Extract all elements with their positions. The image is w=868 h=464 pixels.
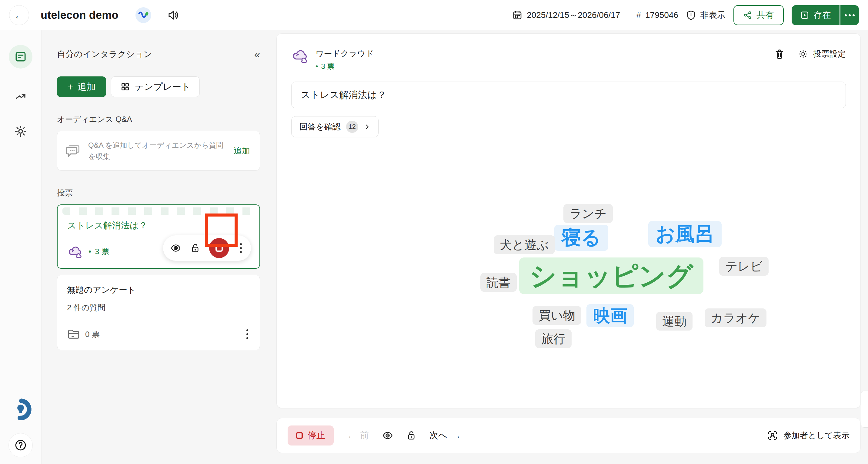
arrow-right-icon: → xyxy=(452,431,461,441)
visibility-status[interactable]: 非表示 xyxy=(686,9,725,21)
header: ← utelecon demo xyxy=(0,0,868,30)
question-mark-icon xyxy=(14,439,27,452)
stop-square-icon xyxy=(296,432,303,439)
lock-open-icon[interactable] xyxy=(190,243,200,253)
word-cloud-word: カラオケ xyxy=(705,309,767,327)
help-button[interactable] xyxy=(8,433,33,457)
word-cloud-word: ランチ xyxy=(563,204,613,223)
rail-item-analytics[interactable] xyxy=(14,90,27,103)
event-dates: 2025/12/15～2026/06/17 xyxy=(512,9,620,21)
check-answers-button[interactable]: 回答を確認 12 xyxy=(291,116,378,137)
presentation-footer: 停止 ← 前 次へ → xyxy=(276,418,861,453)
poll-settings-button[interactable]: 投票設定 xyxy=(798,49,846,59)
share-icon xyxy=(743,10,752,20)
sidebar: 自分のインタラクション « + 追加 テンプレート オーディエンス Q&A xyxy=(57,49,260,350)
word-cloud-word: 読書 xyxy=(480,273,517,292)
interactions-panel-icon xyxy=(14,50,27,63)
header-right: 2025/12/15～2026/06/17 # 1795046 非表示 xyxy=(512,5,859,25)
check-answers-label: 回答を確認 xyxy=(300,121,341,132)
divider xyxy=(628,9,628,21)
panel-votes: • 3 票 xyxy=(315,62,374,71)
left-rail xyxy=(0,30,41,464)
question-text: ストレス解消法は？ xyxy=(301,89,386,101)
gear-icon xyxy=(14,125,27,138)
word-cloud-word: 寝る xyxy=(554,225,608,251)
chevron-right-icon xyxy=(364,123,370,130)
calendar-icon xyxy=(512,10,523,20)
qa-add-link[interactable]: 追加 xyxy=(232,145,252,156)
qa-section-label: オーディエンス Q&A xyxy=(57,114,260,125)
answers-count-badge: 12 xyxy=(346,121,358,133)
main-panel: ワードクラウド • 3 票 xyxy=(276,33,861,408)
footer-stop-label: 停止 xyxy=(308,429,325,441)
hide-results-eye-icon[interactable] xyxy=(170,243,181,253)
stop-square-icon xyxy=(216,244,223,252)
back-arrow-icon: ← xyxy=(14,9,24,21)
next-button[interactable]: 次へ → xyxy=(430,429,461,441)
scroll-edge-tab[interactable] xyxy=(861,390,868,428)
word-cloud-word: 運動 xyxy=(656,312,692,330)
rail-item-interactions[interactable] xyxy=(9,45,32,68)
stop-poll-button[interactable] xyxy=(209,238,229,258)
add-button-label: 追加 xyxy=(78,81,96,93)
poll-card-active[interactable]: ストレス解消法は？ • 3 票 xyxy=(57,204,260,269)
share-button[interactable]: 共有 xyxy=(734,5,784,25)
survey-menu-kebab-icon[interactable] xyxy=(245,327,250,341)
footer-eye-icon[interactable] xyxy=(382,431,393,440)
wordcloud-type-icon xyxy=(67,245,83,258)
template-button[interactable]: テンプレート xyxy=(111,77,200,97)
more-dots-icon xyxy=(845,14,847,17)
word-cloud: ランチ寝るお風呂犬と遊ぶテレビショッピング読書買い物映画運動カラオケ旅行 xyxy=(277,195,861,395)
live-indicator-stripe xyxy=(62,207,255,215)
present-button-group: 存在 xyxy=(792,5,859,25)
footer-stop-button[interactable]: 停止 xyxy=(288,426,334,445)
back-button[interactable]: ← xyxy=(9,5,29,25)
plus-icon: + xyxy=(67,82,73,92)
header-more-button[interactable] xyxy=(839,5,859,25)
gear-icon xyxy=(798,49,808,59)
word-cloud-word: 旅行 xyxy=(535,329,571,348)
present-button[interactable]: 存在 xyxy=(792,5,839,25)
view-as-participant-label: 参加者として表示 xyxy=(783,430,849,441)
previous-button[interactable]: ← 前 xyxy=(347,429,369,441)
poll-votes: • 3 票 xyxy=(89,246,110,257)
view-as-participant-button[interactable]: 参加者として表示 xyxy=(767,430,849,441)
footer-lock-open-icon[interactable] xyxy=(406,430,416,441)
hash-icon: # xyxy=(636,10,641,20)
delete-poll-trash-icon[interactable] xyxy=(774,48,785,60)
poll-menu-kebab-icon[interactable] xyxy=(238,241,244,255)
event-code: # 1795046 xyxy=(636,10,678,20)
word-cloud-word: ショッピング xyxy=(519,258,704,294)
live-dot-icon: • xyxy=(89,247,91,256)
webex-logo-icon[interactable] xyxy=(135,7,151,23)
slido-logo-icon xyxy=(8,397,33,423)
panel-votes-label: 3 票 xyxy=(321,62,334,71)
qa-empty-card: Q&A を追加してオーディエンスから質問を収集 追加 xyxy=(57,131,260,171)
participant-view-icon xyxy=(767,430,778,441)
previous-label: 前 xyxy=(360,429,369,441)
template-grid-icon xyxy=(120,82,130,92)
rail-bottom xyxy=(8,397,33,464)
add-interaction-button[interactable]: + 追加 xyxy=(57,77,106,97)
rail-item-settings[interactable] xyxy=(14,125,27,138)
survey-title: 無題のアンケート xyxy=(67,284,250,296)
survey-votes-label: 0 票 xyxy=(85,329,100,340)
poll-card-survey[interactable]: 無題のアンケート 2 件の質問 0 票 xyxy=(57,275,260,350)
app-root: ← utelecon demo xyxy=(0,0,868,464)
arrow-left-icon: ← xyxy=(347,431,356,441)
page-title: utelecon demo xyxy=(41,9,119,22)
next-label: 次へ xyxy=(430,429,447,441)
announcement-speaker-icon[interactable] xyxy=(167,10,179,21)
chat-bubbles-icon xyxy=(65,143,82,158)
word-cloud-word: お風呂 xyxy=(648,221,722,247)
survey-subtitle: 2 件の質問 xyxy=(67,302,250,313)
poll-title: ストレス解消法は？ xyxy=(67,220,250,232)
collapse-sidebar-icon[interactable]: « xyxy=(254,49,260,59)
live-dot-icon: • xyxy=(315,62,318,71)
folder-icon xyxy=(67,328,80,340)
sidebar-actions: + 追加 テンプレート xyxy=(57,77,260,97)
sidebar-heading: 自分のインタラクション xyxy=(57,49,152,60)
event-code-text: 1795046 xyxy=(645,10,678,20)
survey-votes: 0 票 xyxy=(67,328,100,340)
question-input[interactable]: ストレス解消法は？ xyxy=(291,82,846,108)
